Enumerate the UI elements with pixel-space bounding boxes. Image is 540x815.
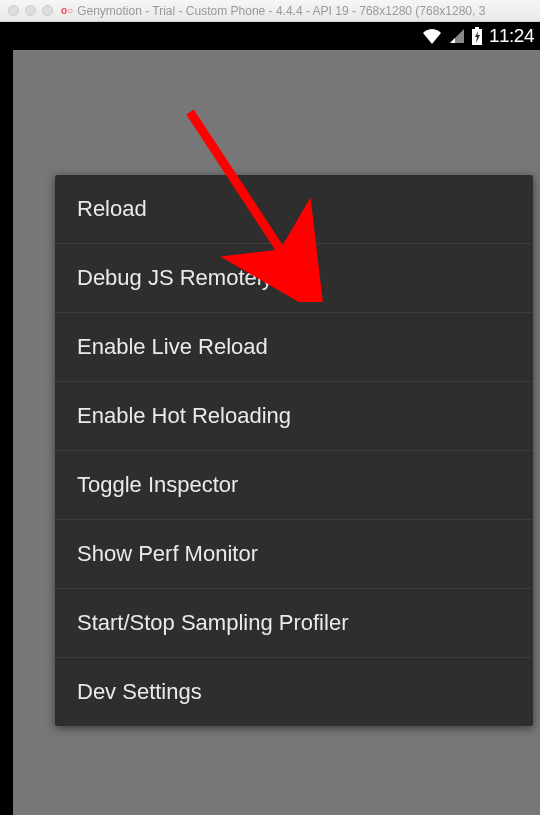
menu-item-show-perf-monitor[interactable]: Show Perf Monitor xyxy=(55,520,533,589)
menu-item-label: Enable Hot Reloading xyxy=(77,403,291,428)
cell-signal-icon xyxy=(449,28,465,44)
status-bar-time: 11:24 xyxy=(489,25,534,47)
menu-item-label: Start/Stop Sampling Profiler xyxy=(77,610,348,635)
close-window-button[interactable] xyxy=(8,5,19,16)
battery-charging-icon xyxy=(471,27,483,45)
menu-item-label: Toggle Inspector xyxy=(77,472,238,497)
menu-item-label: Debug JS Remotely xyxy=(77,265,273,290)
minimize-window-button[interactable] xyxy=(25,5,36,16)
wifi-icon xyxy=(421,27,443,45)
zoom-window-button[interactable] xyxy=(42,5,53,16)
menu-item-dev-settings[interactable]: Dev Settings xyxy=(55,658,533,726)
menu-item-label: Dev Settings xyxy=(77,679,202,704)
android-status-bar: 11:24 xyxy=(0,22,540,50)
app-viewport: Reload Debug JS Remotely Enable Live Rel… xyxy=(13,50,540,815)
mac-titlebar: o○ Genymotion - Trial - Custom Phone - 4… xyxy=(0,0,540,22)
menu-item-reload[interactable]: Reload xyxy=(55,175,533,244)
menu-item-label: Reload xyxy=(77,196,147,221)
menu-item-enable-hot-reloading[interactable]: Enable Hot Reloading xyxy=(55,382,533,451)
device-frame: 11:24 Reload Debug JS Remotely Enable Li… xyxy=(0,22,540,815)
traffic-lights xyxy=(8,5,53,16)
menu-item-sampling-profiler[interactable]: Start/Stop Sampling Profiler xyxy=(55,589,533,658)
menu-item-toggle-inspector[interactable]: Toggle Inspector xyxy=(55,451,533,520)
menu-item-label: Enable Live Reload xyxy=(77,334,268,359)
genymotion-icon: o○ xyxy=(61,5,73,16)
window-title: Genymotion - Trial - Custom Phone - 4.4.… xyxy=(77,4,485,18)
svg-rect-1 xyxy=(475,27,479,30)
menu-item-enable-live-reload[interactable]: Enable Live Reload xyxy=(55,313,533,382)
dev-menu-dialog: Reload Debug JS Remotely Enable Live Rel… xyxy=(55,175,533,726)
menu-item-label: Show Perf Monitor xyxy=(77,541,258,566)
menu-item-debug-js-remotely[interactable]: Debug JS Remotely xyxy=(55,244,533,313)
